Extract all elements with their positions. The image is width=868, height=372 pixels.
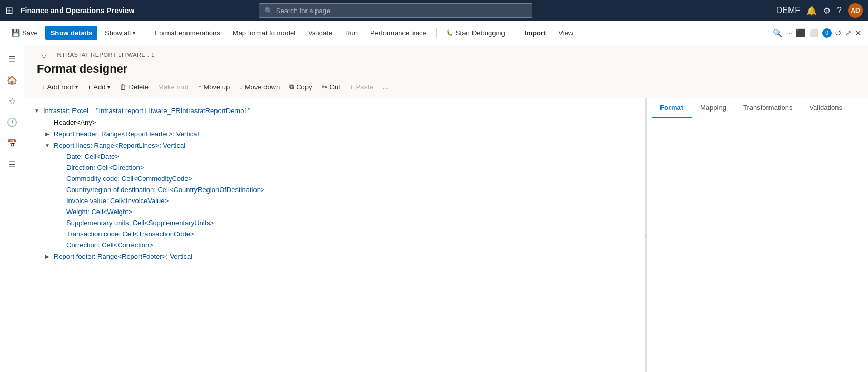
tree-item-correction[interactable]: Correction: Cell<Correction>	[24, 239, 645, 250]
format-content: ▼ Intrastat: Excel = "Intrastat report L…	[24, 98, 868, 372]
copy-icon: ⧉	[289, 83, 294, 91]
tab-transformations[interactable]: Transformations	[735, 98, 801, 118]
add-button[interactable]: + Add ▾	[83, 81, 115, 94]
sidebar-icon-calendar[interactable]: 📅	[3, 134, 22, 153]
tree-item-report-lines[interactable]: ▼ Report lines: Range<ReportLines>: Vert…	[24, 139, 645, 151]
format-toolbar: + Add root ▾ + Add ▾ 🗑 Delete Make root …	[24, 76, 868, 98]
report-lines-collapse-icon[interactable]: ▼	[43, 141, 52, 149]
user-env-label: DEMF	[776, 6, 800, 15]
report-footer-expand-icon[interactable]: ▶	[43, 252, 52, 260]
layout-icon[interactable]: ⬛	[796, 28, 806, 38]
add-root-button[interactable]: + Add root ▾	[37, 81, 82, 94]
start-debugging-button[interactable]: 🐛 Start Debugging	[441, 26, 510, 40]
tree-item-transaction-code[interactable]: Transaction code: Cell<TransactionCode>	[24, 228, 645, 239]
add-root-icon: +	[41, 83, 45, 91]
move-down-button[interactable]: ↓ Move down	[235, 81, 284, 94]
panel-icon[interactable]: ⬜	[809, 28, 819, 38]
header-expand-icon[interactable]	[43, 118, 52, 126]
search-input[interactable]	[276, 7, 527, 15]
import-button[interactable]: Import	[519, 26, 551, 40]
run-button[interactable]: Run	[340, 26, 363, 40]
cmd-divider-2	[436, 28, 437, 38]
top-nav-bar: ⊞ Finance and Operations Preview 🔍 DEMF …	[0, 0, 868, 21]
copy-button[interactable]: ⧉ Copy	[285, 80, 316, 94]
user-avatar[interactable]: AD	[848, 3, 863, 18]
search-icon: 🔍	[264, 7, 273, 15]
app-title: Finance and Operations Preview	[21, 6, 134, 15]
cut-button[interactable]: ✂ Cut	[318, 81, 344, 94]
refresh-icon[interactable]: ↺	[835, 28, 842, 38]
add-icon: +	[87, 83, 92, 91]
sidebar-icon-menu[interactable]: ☰	[3, 49, 22, 68]
debug-icon: 🐛	[446, 29, 453, 36]
filter-icon[interactable]: ▽	[37, 52, 51, 60]
show-details-button[interactable]: Show details	[45, 26, 97, 40]
left-sidebar: ☰ 🏠 ☆ 🕐 📅 ☰	[0, 45, 24, 372]
settings-icon[interactable]: ⚙	[823, 6, 831, 16]
move-down-icon: ↓	[239, 83, 243, 91]
report-header-expand-icon[interactable]: ▶	[43, 129, 52, 138]
sidebar-icon-star[interactable]: ☆	[3, 92, 22, 110]
more-cmd-icon[interactable]: ···	[786, 28, 793, 37]
delete-icon: 🗑	[120, 83, 126, 91]
breadcrumb: INTRASTAT REPORT LITWARE : 1	[55, 52, 155, 58]
search-bar[interactable]: 🔍	[259, 3, 532, 18]
add-root-chevron: ▾	[75, 84, 78, 90]
tab-mapping[interactable]: Mapping	[692, 98, 735, 118]
app-grid-icon[interactable]: ⊞	[5, 5, 13, 16]
tree-item-weight[interactable]: Weight: Cell<Weight>	[24, 206, 645, 217]
sidebar-icon-list[interactable]: ☰	[3, 155, 22, 174]
more-button[interactable]: ...	[379, 81, 393, 94]
add-chevron: ▾	[107, 84, 110, 90]
notification-badge: 0	[822, 28, 832, 38]
page-title: Format designer	[37, 62, 855, 76]
paste-icon: +	[350, 83, 354, 91]
tree-item-date[interactable]: Date: Cell<Date>	[24, 151, 645, 162]
cmd-divider-3	[515, 28, 515, 38]
tab-content-area	[647, 118, 868, 372]
tree-item-commodity-code[interactable]: Commodity code: Cell<CommodityCode>	[24, 173, 645, 184]
content-area: ▽ INTRASTAT REPORT LITWARE : 1 Format de…	[24, 45, 868, 372]
save-icon: 💾	[12, 29, 20, 37]
show-all-chevron: ▾	[133, 30, 135, 36]
help-icon[interactable]: ?	[837, 6, 842, 15]
search-cmd-icon[interactable]: 🔍	[773, 28, 783, 38]
move-up-icon: ↑	[198, 83, 202, 91]
cut-icon: ✂	[322, 83, 328, 91]
notifications-icon[interactable]: 🔔	[806, 6, 817, 16]
top-nav-right: DEMF 🔔 ⚙ ? AD	[776, 3, 863, 18]
performance-trace-button[interactable]: Performance trace	[365, 26, 432, 40]
delete-button[interactable]: 🗑 Delete	[115, 81, 153, 94]
command-bar: 💾 Save Show details Show all ▾ Format en…	[0, 21, 868, 45]
main-layout: ☰ 🏠 ☆ 🕐 📅 ☰ ▽ INTRASTAT REPORT LITWARE :…	[0, 45, 868, 372]
move-up-button[interactable]: ↑ Move up	[194, 81, 234, 94]
map-format-to-model-button[interactable]: Map format to model	[228, 26, 301, 40]
tabs-header: Format Mapping Transformations Validatio…	[647, 98, 868, 118]
root-collapse-icon[interactable]: ▼	[33, 106, 41, 115]
format-enumerations-button[interactable]: Format enumerations	[150, 26, 225, 40]
tree-item-report-footer[interactable]: ▶ Report footer: Range<ReportFooter>: Ve…	[24, 250, 645, 262]
tabs-panel: Format Mapping Transformations Validatio…	[647, 98, 868, 372]
sidebar-icon-home[interactable]: 🏠	[3, 71, 22, 89]
tree-item-supplementary-units[interactable]: Supplementary units: Cell<SupplementaryU…	[24, 217, 645, 228]
validate-button[interactable]: Validate	[303, 26, 338, 40]
pop-out-icon[interactable]: ⤢	[845, 28, 852, 38]
tree-item-direction[interactable]: Direction: Cell<Direction>	[24, 162, 645, 173]
close-icon[interactable]: ✕	[855, 28, 862, 38]
cmd-divider-1	[145, 28, 145, 38]
save-button[interactable]: 💾 Save	[6, 26, 43, 40]
sidebar-icon-recent[interactable]: 🕐	[3, 113, 22, 132]
tree-panel: ▼ Intrastat: Excel = "Intrastat report L…	[24, 98, 645, 372]
tab-validations[interactable]: Validations	[801, 98, 851, 118]
tree-item-invoice-value[interactable]: Invoice value: Cell<InvoiceValue>	[24, 195, 645, 206]
page-header: ▽ INTRASTAT REPORT LITWARE : 1 Format de…	[24, 45, 868, 76]
paste-button[interactable]: + Paste	[346, 81, 378, 94]
tree-item-header[interactable]: Header<Any>	[24, 116, 645, 128]
tree-item-report-header[interactable]: ▶ Report header: Range<ReportHeader>: Ve…	[24, 128, 645, 139]
tree-item-country-region[interactable]: Country/region of destination: Cell<Coun…	[24, 184, 645, 195]
view-button[interactable]: View	[553, 26, 578, 40]
show-all-button[interactable]: Show all ▾	[100, 26, 141, 40]
tab-format[interactable]: Format	[652, 98, 692, 118]
make-root-button[interactable]: Make root	[154, 81, 193, 94]
tree-item-root[interactable]: ▼ Intrastat: Excel = "Intrastat report L…	[24, 105, 645, 116]
